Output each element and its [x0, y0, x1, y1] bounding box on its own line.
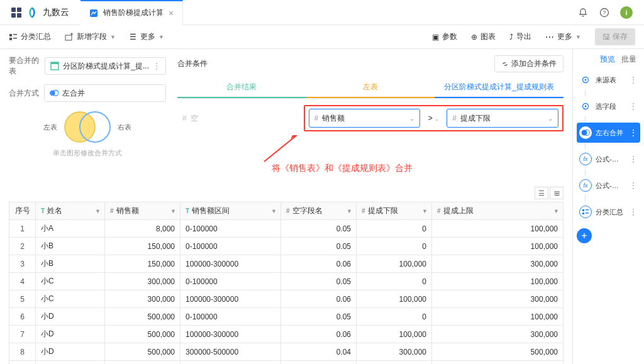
- step-2[interactable]: 左右合并⋮: [577, 123, 640, 143]
- apps-icon[interactable]: [11, 8, 21, 18]
- column-header-amount[interactable]: #销售额▼: [105, 202, 180, 220]
- step-4[interactable]: fx公式-区间提成...⋮: [577, 175, 640, 196]
- left-field-select[interactable]: # 销售额 ⌄: [309, 109, 421, 128]
- export-icon: ⤴: [509, 33, 513, 41]
- step-more-icon[interactable]: ⋮: [629, 207, 638, 217]
- side-tab-preview[interactable]: 预览: [600, 54, 615, 65]
- chevron-down-icon: ⌄: [548, 115, 553, 122]
- annotation-arrow: [259, 135, 303, 167]
- add-field-button[interactable]: 新增字段▼: [65, 31, 116, 42]
- annotation-text: 将《销售表》和《提成规则表》合并: [272, 163, 413, 174]
- step-icon: [579, 206, 592, 218]
- save-icon: 🖫: [602, 33, 610, 41]
- tab-current[interactable]: 销售阶梯提成计算 ×: [80, 0, 183, 25]
- svg-rect-21: [582, 212, 584, 214]
- table-row[interactable]: 7小D500,000100000-3000000.06100,000300,00…: [9, 326, 564, 343]
- operator-select[interactable]: > ⌄: [424, 114, 443, 123]
- right-field-select[interactable]: # 提成下限 ⌄: [447, 109, 558, 128]
- table-row[interactable]: 3小B150,000100000-3000000.06100,000300,00…: [9, 255, 564, 273]
- svg-rect-7: [65, 35, 72, 40]
- svg-rect-4: [9, 38, 12, 40]
- svg-rect-22: [586, 209, 589, 211]
- step-1[interactable]: 选字段⋮: [577, 96, 640, 116]
- step-icon: fx: [579, 179, 592, 192]
- svg-rect-3: [9, 34, 12, 36]
- tab-result[interactable]: 合并结果: [177, 77, 306, 98]
- svg-rect-5: [13, 34, 17, 35]
- link-icon: [501, 60, 509, 68]
- help-icon[interactable]: ?: [599, 7, 610, 18]
- view-list-icon[interactable]: ☰: [535, 187, 548, 199]
- step-3[interactable]: fx公式-区间销...⋮: [577, 149, 640, 169]
- svg-rect-6: [13, 38, 17, 39]
- merge-cond-title: 合并条件: [177, 58, 208, 69]
- add-condition-button[interactable]: 添加合并条件: [494, 55, 564, 72]
- classify-icon: [9, 33, 18, 41]
- save-button[interactable]: 🖫保存: [595, 28, 635, 45]
- step-more-icon[interactable]: ⋮: [629, 75, 638, 85]
- more-button-1[interactable]: ☰更多▼: [130, 31, 164, 42]
- svg-point-10: [50, 91, 55, 96]
- svg-text:?: ?: [602, 9, 606, 16]
- svg-rect-23: [586, 212, 589, 214]
- step-5[interactable]: 分类汇总⋮: [577, 202, 640, 222]
- hash-icon: #: [182, 114, 187, 123]
- step-more-icon[interactable]: ⋮: [629, 128, 638, 138]
- bell-icon[interactable]: [577, 7, 589, 18]
- merge-table-select[interactable]: 分区阶梯式提成计算_提... ⋮: [45, 57, 166, 75]
- step-more-icon[interactable]: ⋮: [629, 154, 638, 164]
- tab-left-table[interactable]: 左表: [306, 77, 435, 98]
- brand-name: 九数云: [43, 7, 69, 18]
- svg-rect-20: [582, 209, 584, 211]
- table-row[interactable]: 9小E600,0000-1000000.050100,000: [9, 361, 564, 365]
- column-header-name[interactable]: T姓名▼: [36, 202, 105, 220]
- step-icon: fx: [579, 153, 592, 165]
- classify-button[interactable]: 分类汇总: [9, 31, 51, 42]
- chevron-down-icon: ⌄: [409, 115, 414, 122]
- chart-button[interactable]: ⊕图表: [471, 31, 496, 42]
- column-header-idx[interactable]: 序号: [9, 202, 36, 220]
- venn-small-icon: [50, 89, 58, 97]
- step-icon: [579, 74, 592, 86]
- step-icon: [579, 100, 592, 113]
- side-tab-batch[interactable]: 批量: [621, 54, 636, 65]
- avatar[interactable]: i: [620, 6, 633, 19]
- analysis-icon: [89, 9, 98, 18]
- brand-logo: [25, 6, 39, 19]
- svg-point-17: [585, 106, 587, 108]
- add-step-button[interactable]: +: [577, 228, 592, 243]
- add-field-icon: [65, 33, 74, 41]
- step-more-icon[interactable]: ⋮: [629, 180, 638, 190]
- merge-mode-select[interactable]: 左合并: [44, 84, 166, 102]
- hash-icon: #: [452, 114, 457, 123]
- close-icon[interactable]: ×: [169, 8, 174, 18]
- table-row[interactable]: 6小D500,0000-1000000.050100,000: [9, 308, 564, 326]
- more-button-2[interactable]: ⋯更多▼: [545, 31, 581, 42]
- data-table: 序号T姓名▼#销售额▼T销售额区间▼#空字段名▼#提成下限▼#提成上限▼ 1小A…: [9, 202, 564, 364]
- column-header-lower[interactable]: #提成下限▼: [357, 202, 432, 220]
- grid-icon: [50, 62, 59, 70]
- venn-hint: 单击图形修改合并方式: [9, 148, 166, 158]
- venn-diagram[interactable]: 左表 右表: [9, 109, 166, 145]
- svg-point-15: [585, 79, 587, 81]
- table-row[interactable]: 4小C300,0000-1000000.050100,000: [9, 273, 564, 290]
- table-row[interactable]: 2小B150,0000-1000000.050100,000: [9, 238, 564, 255]
- chart-icon: ⊕: [471, 33, 477, 41]
- merge-mode-label: 合并方式: [9, 88, 39, 99]
- svg-rect-9: [51, 62, 58, 64]
- table-row[interactable]: 1小A8,0000-1000000.050100,000: [9, 220, 564, 238]
- view-grid-icon[interactable]: ⊞: [550, 187, 564, 199]
- tab-right-table[interactable]: 分区阶梯式提成计算_提成规则表: [435, 77, 564, 98]
- hash-icon: #: [314, 114, 319, 123]
- table-row[interactable]: 8小D500,000300000-5000000.04300,000500,00…: [9, 343, 564, 361]
- column-header-upper[interactable]: #提成上限▼: [432, 202, 564, 220]
- table-row[interactable]: 5小C300,000100000-3000000.06100,000300,00…: [9, 290, 564, 308]
- column-header-range[interactable]: T销售额区间▼: [180, 202, 281, 220]
- params-button[interactable]: ▣参数: [432, 31, 457, 42]
- step-more-icon[interactable]: ⋮: [629, 101, 638, 111]
- export-button[interactable]: ⤴导出: [509, 31, 531, 42]
- step-0[interactable]: 来源表⋮: [577, 70, 640, 90]
- merge-table-label: 要合并的表: [9, 55, 40, 77]
- step-icon: [579, 126, 592, 139]
- column-header-empty[interactable]: #空字段名▼: [281, 202, 357, 220]
